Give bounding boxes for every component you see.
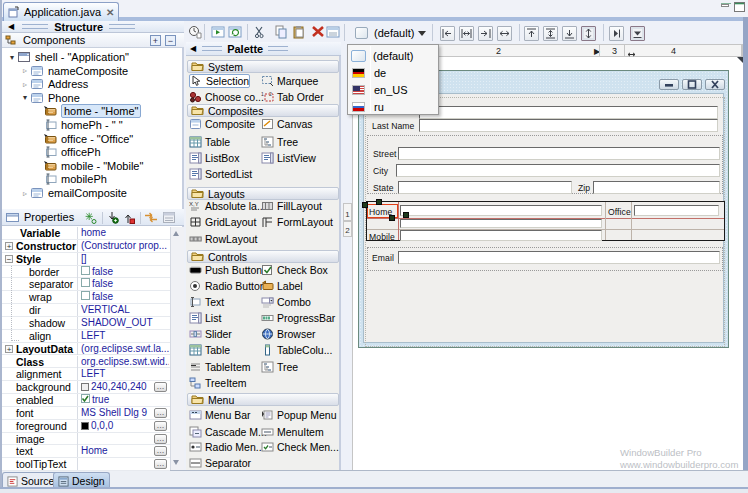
svg-text:1: 1 — [261, 91, 264, 97]
svg-text:X,Y: X,Y — [189, 201, 199, 207]
svg-text:2: 2 — [269, 91, 272, 97]
